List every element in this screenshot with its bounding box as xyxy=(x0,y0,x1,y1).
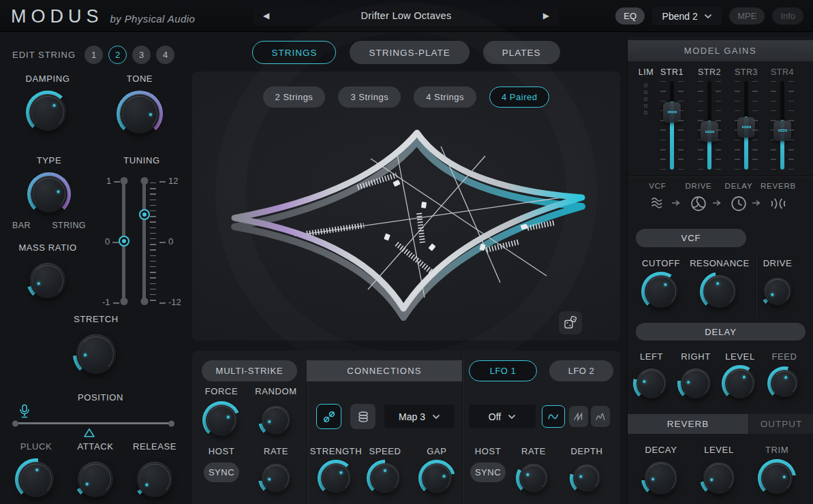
mic-icon xyxy=(18,404,31,419)
reverb-waves-icon xyxy=(770,195,786,212)
type-max-label: STRING xyxy=(52,221,86,230)
connections-section: CONNECTIONS Map 3 xyxy=(307,351,462,504)
knob-indicator xyxy=(263,407,289,433)
edit-string-1-button[interactable]: 1 xyxy=(85,46,103,64)
tuning-fine-slider[interactable] xyxy=(142,180,146,302)
resonance-knob[interactable] xyxy=(700,272,739,311)
knob-face xyxy=(764,278,791,305)
knob-indicator xyxy=(423,464,450,492)
tuning-coarse-handle[interactable] xyxy=(120,237,128,245)
lfo-sync-button[interactable]: SYNC xyxy=(470,462,506,482)
cutoff-knob[interactable] xyxy=(641,272,681,311)
lfo-rate-knob[interactable] xyxy=(516,460,551,496)
str2-gain-slider[interactable] xyxy=(698,81,721,170)
tab-reverb[interactable]: REVERB xyxy=(628,414,748,434)
lfo-mode-dropdown[interactable]: Off xyxy=(469,405,536,428)
lfo-wave-ramp-button[interactable] xyxy=(569,406,588,427)
knob-face xyxy=(771,370,798,397)
damper-type-button[interactable] xyxy=(316,404,341,429)
delay-clock-icon xyxy=(731,195,747,212)
edit-string-2-button[interactable]: 2 xyxy=(108,46,127,64)
knob-indicator xyxy=(705,464,734,493)
preset-next-button[interactable]: ▶ xyxy=(543,11,549,20)
tone-label: TONE xyxy=(104,74,176,84)
info-button[interactable]: Info xyxy=(772,7,803,25)
mpe-button[interactable]: MPE xyxy=(729,7,765,25)
randomize-dice-button[interactable] xyxy=(559,311,582,334)
tab-lfo-1[interactable]: LFO 1 xyxy=(469,360,537,381)
delay-feed-knob[interactable] xyxy=(767,366,801,400)
delay-level-knob[interactable] xyxy=(722,365,758,402)
str4-label: STR4 xyxy=(767,67,797,77)
tuning-coarse-tick-min: -1 xyxy=(102,297,119,307)
tuning-fine-handle[interactable] xyxy=(140,210,149,219)
knob-indicator xyxy=(20,464,52,495)
tab-output[interactable]: OUTPUT xyxy=(749,414,813,434)
decay-label: DECAY xyxy=(634,445,688,455)
knob-indicator xyxy=(78,336,114,372)
chain-reverb-label: REVERB xyxy=(760,182,797,190)
reverb-level-knob[interactable] xyxy=(700,459,738,497)
vcf-drive-knob[interactable] xyxy=(761,274,795,309)
chevron-down-icon xyxy=(508,414,516,420)
knob-face xyxy=(30,263,65,298)
preset-prev-button[interactable]: ◀ xyxy=(263,11,269,20)
mode-4-strings-button[interactable]: 4 Strings xyxy=(414,86,476,108)
tuning-coarse-slider[interactable] xyxy=(122,180,125,302)
knob-face xyxy=(18,462,54,497)
mode-4-paired-button[interactable]: 4 Paired xyxy=(489,86,549,108)
lfo-depth-knob[interactable] xyxy=(570,461,604,495)
mode-3-strings-button[interactable]: 3 Strings xyxy=(338,86,401,108)
eq-button[interactable]: EQ xyxy=(615,7,645,25)
strength-knob[interactable] xyxy=(318,460,354,497)
trim-knob[interactable] xyxy=(758,459,796,497)
vcf-section-header[interactable]: VCF xyxy=(636,229,746,247)
tone-knob[interactable] xyxy=(117,91,163,137)
mass-ratio-control: MASS RATIO xyxy=(12,242,83,302)
section-divider xyxy=(628,176,813,176)
decay-knob[interactable] xyxy=(641,458,681,498)
lfo-wave-random-button[interactable] xyxy=(591,406,610,427)
edit-string-4-button[interactable]: 4 xyxy=(156,46,174,64)
mass-ratio-knob[interactable] xyxy=(27,259,69,302)
multi-strike-rate-knob[interactable] xyxy=(258,460,294,496)
force-knob[interactable] xyxy=(202,401,241,439)
tuning-fine-tick-min: -12 xyxy=(159,297,181,307)
slider-track xyxy=(744,81,748,170)
position-slider-handle[interactable] xyxy=(83,428,95,438)
gap-knob[interactable] xyxy=(418,460,455,497)
tab-lfo-2[interactable]: LFO 2 xyxy=(549,360,613,381)
dice-icon xyxy=(563,315,578,330)
spring-type-button[interactable] xyxy=(350,404,375,429)
knob-face xyxy=(137,462,172,497)
pluck-knob[interactable] xyxy=(15,458,57,501)
type-knob[interactable] xyxy=(27,172,71,216)
knob-face xyxy=(519,464,548,492)
fx-panel: MODEL GAINS LIM STR1 STR2 STR3 STR4 xyxy=(627,37,813,504)
damping-knob[interactable] xyxy=(26,91,70,134)
speed-knob[interactable] xyxy=(367,460,403,497)
position-label: POSITION xyxy=(10,392,179,403)
attack-knob[interactable] xyxy=(74,458,117,501)
release-knob[interactable] xyxy=(134,458,176,501)
stretch-knob[interactable] xyxy=(73,331,119,377)
arrow-right-icon xyxy=(752,199,761,207)
map-dropdown[interactable]: Map 3 xyxy=(384,405,455,428)
pitchbend-dropdown[interactable]: Pbend 2 xyxy=(652,7,722,25)
delay-right-knob[interactable] xyxy=(677,365,714,402)
edit-string-3-button[interactable]: 3 xyxy=(132,46,151,64)
multi-strike-button[interactable]: MULTI-STRIKE xyxy=(202,360,297,381)
position-slider-track[interactable] xyxy=(15,422,172,424)
random-knob[interactable] xyxy=(258,403,294,438)
multi-strike-sync-button[interactable]: SYNC xyxy=(204,462,239,482)
str1-gain-slider[interactable] xyxy=(660,81,684,170)
lfo-wave-sine-button[interactable] xyxy=(542,405,565,428)
delay-left-knob[interactable] xyxy=(633,365,670,402)
str3-gain-slider[interactable] xyxy=(735,81,758,170)
mode-2-strings-button[interactable]: 2 Strings xyxy=(263,86,326,108)
delay-section-header[interactable]: DELAY xyxy=(636,323,806,341)
host-label: HOST xyxy=(198,446,245,456)
model-gains-header: MODEL GAINS xyxy=(628,40,813,61)
str4-gain-slider[interactable] xyxy=(771,81,794,170)
type-min-label: BAR xyxy=(12,221,31,230)
